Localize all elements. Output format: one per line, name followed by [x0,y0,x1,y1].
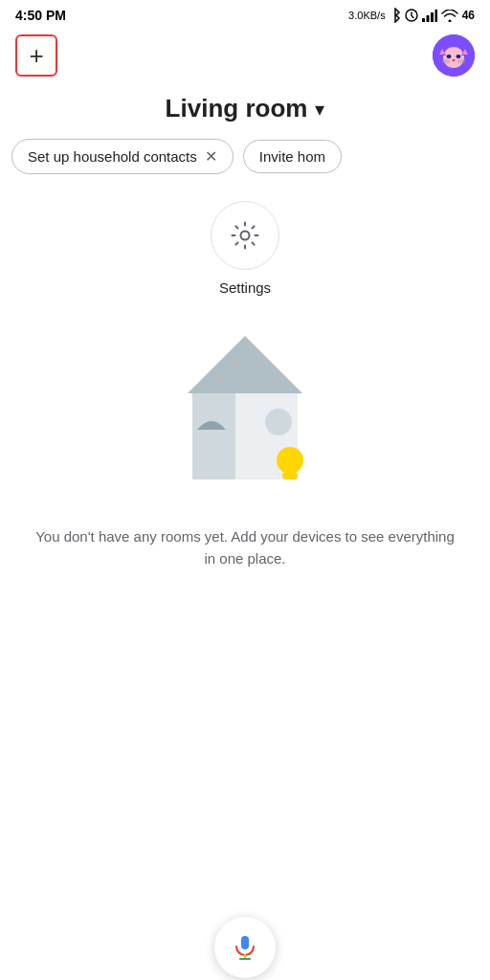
close-icon[interactable]: ✕ [205,147,217,166]
svg-rect-28 [282,472,298,479]
main-content: Living room ▾ Set up household contacts … [0,88,490,980]
home-title-row: Living room ▾ [0,94,490,123]
mic-fab-button[interactable] [214,917,276,978]
chip-label-household: Set up household contacts [28,148,197,165]
mic-fab-container [0,898,490,980]
invite-home-chip[interactable]: Invite hom [243,140,342,173]
dropdown-arrow-icon[interactable]: ▾ [315,98,324,121]
settings-label: Settings [219,279,271,296]
svg-rect-4 [434,10,437,22]
home-title: Living room [166,94,308,123]
house-illustration [140,326,350,499]
avatar-image [433,34,475,77]
settings-section: Settings [0,201,490,296]
status-time: 4:50 PM [15,8,66,23]
status-icons: 3.0KB/s 46 [348,8,475,23]
avatar-svg [433,34,475,77]
settings-button[interactable] [211,201,279,270]
gear-icon [230,220,260,251]
svg-marker-19 [188,336,302,393]
battery-level: 46 [462,9,475,22]
svg-point-18 [241,232,250,240]
clock-icon [405,9,418,22]
empty-state-text: You don't have any rooms yet. Add your d… [0,525,490,570]
svg-rect-3 [431,12,434,22]
network-speed: 3.0KB/s [348,10,386,21]
svg-point-13 [453,59,456,61]
svg-point-27 [277,447,303,474]
top-bar: + [0,27,490,88]
svg-point-11 [447,55,452,58]
svg-point-12 [457,55,461,58]
svg-rect-29 [192,393,235,479]
plus-icon: + [29,43,43,68]
wifi-icon [441,10,458,22]
status-bar: 4:50 PM 3.0KB/s 46 [0,0,490,27]
bluetooth-icon [390,8,401,23]
svg-rect-30 [241,936,249,949]
chip-label-invite: Invite hom [259,148,325,165]
mic-icon [231,933,259,962]
add-button[interactable]: + [15,34,57,77]
svg-rect-1 [422,18,425,22]
svg-point-26 [265,409,292,435]
svg-point-6 [443,47,464,68]
signal-icon [422,10,437,22]
avatar[interactable] [433,34,475,77]
svg-rect-2 [426,15,429,22]
chips-row: Set up household contacts ✕ Invite hom [0,139,490,174]
household-contacts-chip[interactable]: Set up household contacts ✕ [11,139,234,174]
illustration [0,326,490,499]
